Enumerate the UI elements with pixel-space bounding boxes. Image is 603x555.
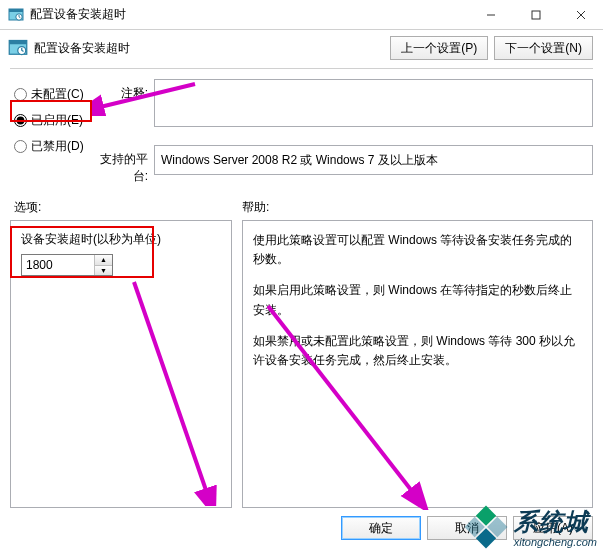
help-p2: 如果启用此策略设置，则 Windows 在等待指定的秒数后终止安装。	[253, 281, 582, 319]
radio-group: 未配置(C) 已启用(E) 已禁用(D)	[14, 75, 94, 191]
spinner-down-button[interactable]: ▼	[95, 266, 112, 276]
previous-setting-button[interactable]: 上一个设置(P)	[390, 36, 488, 60]
cancel-button[interactable]: 取消	[427, 516, 507, 540]
options-panel: 设备安装超时(以秒为单位) ▲ ▼	[10, 220, 232, 508]
policy-icon	[8, 38, 28, 58]
window-title: 配置设备安装超时	[30, 6, 468, 23]
spinner-buttons: ▲ ▼	[94, 255, 112, 275]
timeout-spinner[interactable]: ▲ ▼	[21, 254, 113, 276]
next-setting-button[interactable]: 下一个设置(N)	[494, 36, 593, 60]
apply-button[interactable]: 应用(A)	[513, 516, 593, 540]
timeout-option-label: 设备安装超时(以秒为单位)	[21, 231, 221, 248]
options-header-row: 选项: 帮助:	[0, 191, 603, 220]
radio-enabled-input[interactable]	[14, 114, 27, 127]
help-header: 帮助:	[242, 199, 593, 216]
window-controls	[468, 0, 603, 29]
window-icon	[8, 7, 24, 23]
radio-disabled[interactable]: 已禁用(D)	[14, 133, 94, 159]
config-area: 未配置(C) 已启用(E) 已禁用(D) 注释: 支持的平台: Windows …	[0, 75, 603, 191]
radio-not-configured-label: 未配置(C)	[31, 86, 84, 103]
radio-enabled-label: 已启用(E)	[31, 112, 83, 129]
platform-value: Windows Server 2008 R2 或 Windows 7 及以上版本	[161, 153, 438, 167]
radio-enabled[interactable]: 已启用(E)	[14, 107, 94, 133]
split-panels: 设备安装超时(以秒为单位) ▲ ▼ 使用此策略设置可以配置 Windows 等待…	[0, 220, 603, 508]
maximize-button[interactable]	[513, 0, 558, 29]
divider	[10, 68, 593, 69]
timeout-input[interactable]	[22, 255, 94, 275]
radio-disabled-input[interactable]	[14, 140, 27, 153]
platform-box: Windows Server 2008 R2 或 Windows 7 及以上版本	[154, 145, 593, 175]
options-header: 选项:	[14, 199, 242, 216]
minimize-button[interactable]	[468, 0, 513, 29]
radio-disabled-label: 已禁用(D)	[31, 138, 84, 155]
footer-buttons: 确定 取消 应用(A)	[0, 508, 603, 540]
help-p3: 如果禁用或未配置此策略设置，则 Windows 等待 300 秒以允许设备安装任…	[253, 332, 582, 370]
radio-not-configured-input[interactable]	[14, 88, 27, 101]
platform-label: 支持的平台:	[94, 145, 154, 185]
ok-button[interactable]: 确定	[341, 516, 421, 540]
policy-title: 配置设备安装超时	[34, 40, 390, 57]
title-bar: 配置设备安装超时	[0, 0, 603, 30]
svg-rect-1	[9, 9, 23, 12]
comment-label: 注释:	[94, 79, 154, 102]
fields-column: 注释: 支持的平台: Windows Server 2008 R2 或 Wind…	[94, 75, 593, 191]
help-panel: 使用此策略设置可以配置 Windows 等待设备安装任务完成的秒数。 如果启用此…	[242, 220, 593, 508]
comment-textarea[interactable]	[154, 79, 593, 127]
help-p1: 使用此策略设置可以配置 Windows 等待设备安装任务完成的秒数。	[253, 231, 582, 269]
close-button[interactable]	[558, 0, 603, 29]
radio-not-configured[interactable]: 未配置(C)	[14, 81, 94, 107]
svg-rect-8	[9, 41, 27, 45]
spinner-up-button[interactable]: ▲	[95, 255, 112, 266]
svg-rect-4	[532, 11, 540, 19]
header-row: 配置设备安装超时 上一个设置(P) 下一个设置(N)	[0, 30, 603, 64]
